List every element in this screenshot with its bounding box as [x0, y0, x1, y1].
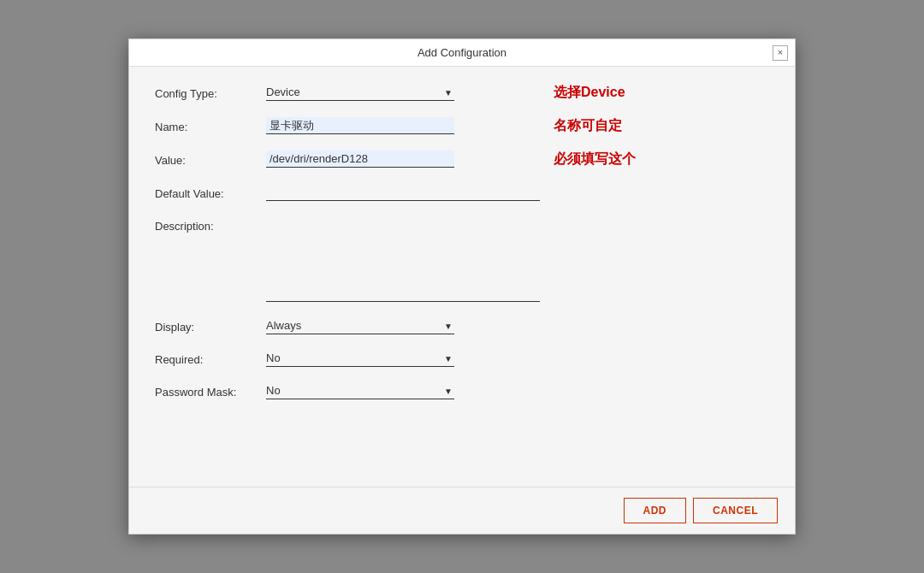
cancel-button[interactable]: CANCEL — [693, 498, 778, 523]
required-control: No Yes ▼ — [266, 350, 540, 367]
display-control: Always Never Advanced ▼ — [266, 317, 540, 334]
value-annotation: 必须填写这个 — [554, 151, 636, 168]
config-type-annotation: 选择Device — [554, 84, 625, 102]
name-label: Name: — [155, 117, 266, 133]
default-value-input[interactable] — [266, 184, 540, 201]
config-type-control: Device Environment Variable Port Volume … — [266, 84, 540, 101]
value-label: Value: — [155, 151, 266, 167]
close-button[interactable]: × — [773, 45, 788, 61]
required-row: Required: No Yes ▼ — [155, 350, 769, 367]
add-button[interactable]: ADD — [624, 498, 687, 523]
name-row: Name: 名称可自定 — [155, 117, 769, 135]
dialog-footer: ADD CANCEL — [129, 487, 795, 534]
description-row: Description: — [155, 216, 769, 302]
dialog-body: Config Type: Device Environment Variable… — [129, 67, 795, 487]
password-mask-label: Password Mask: — [155, 382, 266, 399]
password-mask-select[interactable]: No Yes — [266, 382, 454, 399]
display-label: Display: — [155, 317, 266, 334]
description-textarea[interactable] — [266, 216, 540, 302]
name-control — [266, 117, 540, 134]
description-control — [266, 216, 540, 302]
display-select-wrapper: Always Never Advanced ▼ — [266, 317, 454, 334]
default-value-control — [266, 184, 540, 201]
value-row: Value: 必须填写这个 — [155, 151, 769, 168]
password-mask-row: Password Mask: No Yes ▼ — [155, 382, 769, 399]
config-type-row: Config Type: Device Environment Variable… — [155, 84, 769, 102]
default-value-row: Default Value: — [155, 184, 769, 201]
name-annotation: 名称可自定 — [554, 117, 622, 135]
required-label: Required: — [155, 350, 266, 366]
add-configuration-dialog: Add Configuration × Config Type: Device … — [128, 38, 796, 535]
display-row: Display: Always Never Advanced ▼ — [155, 317, 769, 334]
required-select-wrapper: No Yes ▼ — [266, 350, 454, 367]
description-label: Description: — [155, 216, 266, 233]
default-value-label: Default Value: — [155, 184, 266, 200]
dialog-titlebar: Add Configuration × — [129, 39, 795, 67]
value-control — [266, 151, 540, 168]
required-select[interactable]: No Yes — [266, 350, 454, 367]
dialog-title: Add Configuration — [418, 46, 506, 59]
value-input[interactable] — [266, 151, 454, 168]
config-type-select[interactable]: Device Environment Variable Port Volume — [266, 84, 454, 101]
name-input[interactable] — [266, 117, 454, 134]
display-select[interactable]: Always Never Advanced — [266, 317, 454, 334]
password-mask-select-wrapper: No Yes ▼ — [266, 382, 454, 399]
password-mask-control: No Yes ▼ — [266, 382, 540, 399]
config-type-select-wrapper: Device Environment Variable Port Volume … — [266, 84, 454, 101]
config-type-label: Config Type: — [155, 84, 266, 100]
